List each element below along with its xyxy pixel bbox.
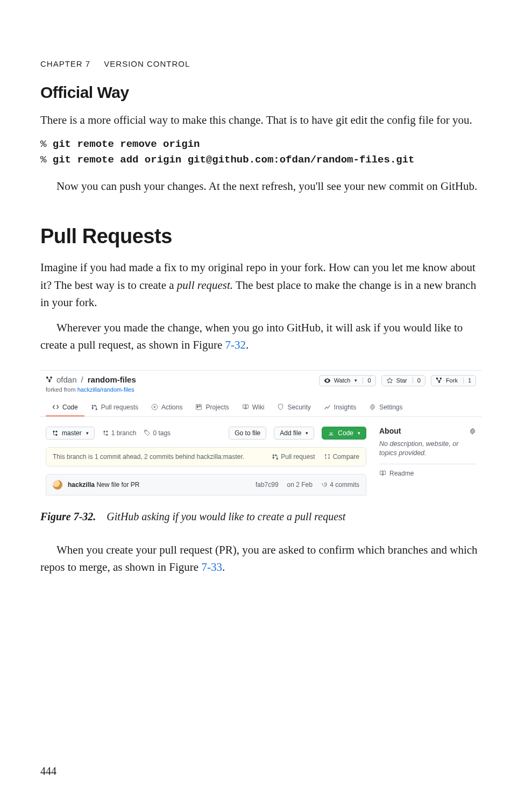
gh-toolbar: master ▾ 1 branch 0 tags Go to file Add xyxy=(46,427,366,440)
gear-icon[interactable] xyxy=(469,427,476,435)
tab-code[interactable]: Code xyxy=(46,399,84,416)
tag-count[interactable]: 0 tags xyxy=(144,429,171,437)
figure-caption-7-32: Figure 7-32. GitHub asking if you would … xyxy=(40,511,484,523)
branch-count[interactable]: 1 branch xyxy=(102,429,137,437)
commit-sha[interactable]: fab7c99 xyxy=(256,481,279,489)
branch-name: master xyxy=(62,429,82,437)
gh-body: master ▾ 1 branch 0 tags Go to file Add xyxy=(40,417,481,501)
book-icon xyxy=(242,404,249,411)
pull-request-icon xyxy=(91,404,98,411)
git-branch-icon xyxy=(52,429,59,437)
tab-projects-label: Projects xyxy=(205,404,229,411)
tab-security-label: Security xyxy=(287,404,310,411)
para-pull-2b: . xyxy=(246,338,249,351)
chevron-down-icon: ▾ xyxy=(358,430,360,436)
history-icon xyxy=(321,481,328,489)
project-icon xyxy=(195,404,202,411)
figure-number: Figure 7-32. xyxy=(40,511,96,522)
add-file-label: Add file xyxy=(280,429,301,437)
figure-ref-7-32[interactable]: 7-32 xyxy=(225,338,246,351)
svg-point-4 xyxy=(372,406,374,408)
gh-sidebar: About No description, website, or topics… xyxy=(379,427,476,495)
commit-meta: fab7c99 on 2 Feb 4 commits xyxy=(256,481,359,489)
branch-select-button[interactable]: master ▾ xyxy=(46,427,95,440)
code-line-1-prefix: % xyxy=(40,138,53,150)
fork-count: 1 xyxy=(463,377,471,384)
star-button[interactable]: Star 0 xyxy=(381,375,425,386)
tab-pulls-label: Pull requests xyxy=(101,404,138,411)
pull-request-link-label: Pull request xyxy=(281,453,315,461)
svg-rect-3 xyxy=(200,405,201,407)
tab-actions[interactable]: Actions xyxy=(145,399,189,416)
figure-caption-text: GitHub asking if you would like to creat… xyxy=(107,511,345,522)
figure-github-screenshot: ofdan / random-files forked from hackzil… xyxy=(40,370,481,501)
eye-icon xyxy=(324,377,331,384)
about-heading-row: About xyxy=(379,427,476,435)
repo-owner[interactable]: ofdan xyxy=(56,375,77,384)
commit-count[interactable]: 4 commits xyxy=(321,481,359,489)
repo-name[interactable]: random-files xyxy=(88,375,136,384)
commit-summary[interactable]: hackzilla New file for PR xyxy=(68,481,139,489)
fork-button[interactable]: Fork 1 xyxy=(431,375,476,386)
readme-link[interactable]: Readme xyxy=(379,464,476,477)
gh-forked-from: forked from hackzilla/random-files xyxy=(46,386,136,393)
shield-icon xyxy=(277,404,284,411)
forked-link[interactable]: hackzilla/random-files xyxy=(77,386,134,393)
tab-settings-label: Settings xyxy=(379,404,402,411)
code-download-button[interactable]: Code ▾ xyxy=(322,427,366,440)
svg-point-5 xyxy=(472,430,474,432)
graph-icon xyxy=(324,404,331,411)
fork-icon xyxy=(436,377,443,384)
tab-wiki[interactable]: Wiki xyxy=(236,399,271,416)
forked-prefix: forked from xyxy=(46,386,77,393)
repo-slash: / xyxy=(81,375,83,384)
compare-actions: Pull request Compare xyxy=(272,453,359,461)
gh-branch-compare-banner: This branch is 1 commit ahead, 2 commits… xyxy=(46,447,366,466)
code-button-label: Code xyxy=(338,429,353,437)
tab-insights-label: Insights xyxy=(334,404,356,411)
tab-settings[interactable]: Settings xyxy=(363,399,409,416)
go-to-file-button[interactable]: Go to file xyxy=(229,427,266,440)
code-icon xyxy=(52,404,59,411)
tab-security[interactable]: Security xyxy=(271,399,317,416)
para-pull-2a: Wherever you made the change, when you g… xyxy=(40,321,463,352)
tab-wiki-label: Wiki xyxy=(252,404,265,411)
chevron-down-icon: ▾ xyxy=(306,430,308,436)
commit-date: on 2 Feb xyxy=(287,481,313,489)
gh-tabs: Code Pull requests Actions Projects Wiki… xyxy=(40,399,481,417)
term-pull-request: pull request. xyxy=(177,279,233,292)
branch-count-label: 1 branch xyxy=(111,429,137,437)
tag-icon xyxy=(144,429,151,437)
tab-projects[interactable]: Projects xyxy=(189,399,235,416)
code-line-1: git remote remove origin xyxy=(53,138,200,150)
tab-insights[interactable]: Insights xyxy=(317,399,363,416)
gh-repo-actions: Watch ▾ 0 Star 0 Fork 1 xyxy=(319,375,476,386)
para-official-2: Now you can push your changes. At the ne… xyxy=(40,178,484,195)
tab-actions-label: Actions xyxy=(161,404,182,411)
star-label: Star xyxy=(396,377,407,384)
code-block-git-remote: % git remote remove origin % git remote … xyxy=(40,137,484,168)
compare-link[interactable]: Compare xyxy=(324,453,359,461)
page-number: 444 xyxy=(40,765,56,777)
pull-request-link[interactable]: Pull request xyxy=(272,453,315,461)
para-after-figure-b: . xyxy=(222,561,225,574)
tab-pull-requests[interactable]: Pull requests xyxy=(84,399,145,416)
gh-header: ofdan / random-files forked from hackzil… xyxy=(40,370,481,396)
star-icon xyxy=(386,377,393,384)
gh-repo-title: ofdan / random-files xyxy=(46,375,136,384)
tag-count-label: 0 tags xyxy=(153,429,171,437)
download-icon xyxy=(328,429,335,437)
repo-fork-icon xyxy=(46,375,53,384)
fork-label: Fork xyxy=(446,377,458,384)
avatar[interactable] xyxy=(53,480,62,490)
figure-ref-7-33[interactable]: 7-33 xyxy=(201,561,222,574)
watch-button[interactable]: Watch ▾ 0 xyxy=(319,375,376,386)
gear-icon xyxy=(369,404,376,411)
para-after-figure: When you create your pull request (PR), … xyxy=(40,541,484,576)
book-icon xyxy=(379,470,386,477)
page: CHAPTER 7 VERSION CONTROL Official Way T… xyxy=(0,0,532,807)
add-file-button[interactable]: Add file ▾ xyxy=(274,427,314,440)
about-description: No description, website, or topics provi… xyxy=(379,440,476,458)
chapter-label: CHAPTER 7 xyxy=(40,59,90,68)
compare-link-label: Compare xyxy=(333,453,359,461)
